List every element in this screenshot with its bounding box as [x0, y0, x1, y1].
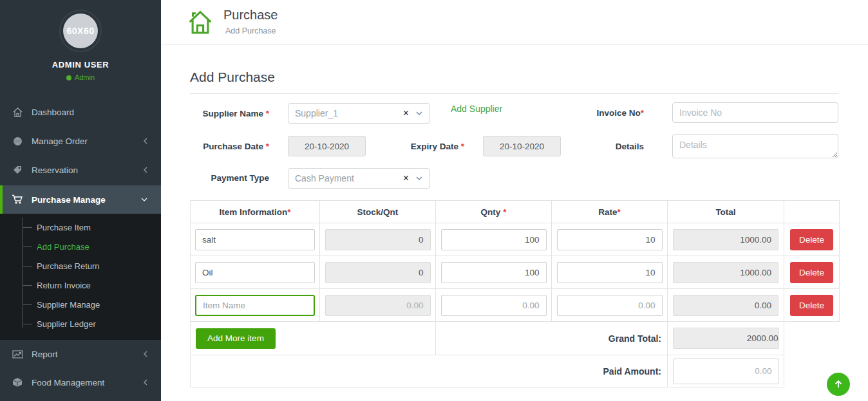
chevron-left-icon — [143, 137, 148, 145]
item-name-input[interactable] — [195, 229, 315, 250]
sidebar-item-dashboard[interactable]: Dashboard — [0, 98, 161, 126]
stock-input — [325, 262, 431, 283]
qnty-input[interactable] — [441, 262, 547, 283]
top-bar: Purchase Add Purchase — [161, 0, 868, 45]
rate-input[interactable] — [557, 229, 663, 250]
new-item-name-input[interactable] — [195, 295, 315, 316]
table-row: Delete — [191, 256, 840, 289]
col-qnty: Qnty * — [436, 201, 552, 223]
supplier-select[interactable]: Supplier_1 × — [288, 103, 430, 124]
details-label: Details — [547, 142, 644, 151]
purchase-home-icon — [185, 8, 215, 40]
invoice-no-label: Invoice No* — [547, 108, 644, 118]
payment-select-value: Cash Payment — [295, 173, 354, 183]
arrow-up-icon — [833, 379, 844, 389]
user-role-label: Admin — [75, 73, 95, 81]
sidebar: 60X60 ADMIN USER Admin Dashboard Manage … — [0, 0, 161, 401]
page-title: Purchase — [223, 8, 278, 23]
qnty-input[interactable] — [441, 295, 547, 316]
qnty-input[interactable] — [441, 229, 547, 250]
submenu-item-supplier-manage[interactable]: Supplier Manage — [0, 295, 161, 314]
delete-row-button[interactable]: Delete — [790, 229, 833, 250]
total-input — [673, 262, 778, 283]
table-row: Delete — [191, 223, 840, 256]
col-rate: Rate* — [552, 201, 668, 223]
submenu-item-label: Add Purchase — [37, 242, 90, 252]
chevron-left-icon — [143, 166, 148, 174]
submenu-item-label: Purchase Item — [37, 223, 91, 232]
sidebar-item-label: Purchase Manage — [32, 195, 106, 205]
sidebar-item-report[interactable]: Report — [0, 340, 161, 368]
sidebar-item-label: Manage Order — [32, 136, 88, 146]
table-row-new: Delete — [191, 289, 840, 322]
col-actions — [784, 201, 840, 223]
scroll-to-top-button[interactable] — [827, 373, 850, 396]
chevron-down-icon — [415, 176, 423, 181]
purchase-items-table: Item Information* Stock/Qnt Qnty * Rate*… — [190, 200, 840, 387]
sidebar-item-label: Food Management — [32, 378, 104, 387]
grand-total-label: Grand Total: — [436, 322, 668, 355]
home-icon — [12, 107, 23, 118]
submenu-item-return-invoice[interactable]: Return Invoice — [0, 275, 161, 295]
chevron-left-icon — [143, 378, 148, 386]
chevron-down-icon — [140, 197, 148, 202]
col-total: Total — [668, 201, 784, 223]
sidebar-item-reservation[interactable]: Reservation — [0, 156, 161, 184]
sidebar-item-label: Report — [32, 350, 58, 359]
payment-type-select[interactable]: Cash Payment × — [288, 168, 430, 189]
invoice-no-input[interactable] — [672, 102, 838, 123]
purchase-manage-submenu: Purchase Item Add Purchase Purchase Retu… — [0, 214, 161, 340]
submenu-item-label: Supplier Manage — [37, 300, 100, 310]
chart-icon — [12, 350, 23, 359]
submenu-item-label: Return Invoice — [37, 281, 91, 290]
sidebar-item-label: Reservation — [32, 165, 78, 175]
delete-row-button[interactable]: Delete — [790, 262, 833, 283]
grand-total-value — [673, 328, 779, 349]
paid-amount-input[interactable] — [673, 359, 779, 384]
rate-input[interactable] — [557, 262, 663, 283]
paid-amount-label: Paid Amount: — [191, 355, 668, 387]
table-header-row: Item Information* Stock/Qnt Qnty * Rate*… — [191, 201, 840, 223]
col-stock: Stock/Qnt — [320, 201, 436, 223]
breadcrumb: Add Purchase — [225, 26, 276, 35]
clear-selection-icon[interactable]: × — [403, 173, 409, 183]
submenu-item-label: Supplier Ledger — [37, 319, 96, 329]
cube-icon — [12, 377, 23, 387]
user-name: ADMIN USER — [0, 60, 161, 70]
add-more-item-button[interactable]: Add More item — [196, 328, 276, 349]
stock-input — [325, 229, 431, 250]
grand-total-row: Add More item Grand Total: — [191, 322, 840, 355]
purchase-date-label: Purchase Date * — [173, 142, 269, 151]
submenu-item-add-purchase[interactable]: Add Purchase — [0, 237, 161, 256]
clear-selection-icon[interactable]: × — [403, 108, 409, 118]
sidebar-item-food-management[interactable]: Food Management — [0, 368, 161, 396]
total-input — [673, 229, 778, 250]
sidebar-item-label: Dashboard — [32, 107, 74, 117]
expiry-date-label: Expiry Date * — [368, 142, 464, 151]
stock-input — [325, 295, 431, 316]
item-name-input[interactable] — [195, 262, 315, 283]
submenu-item-label: Purchase Return — [37, 261, 100, 271]
total-input — [673, 295, 778, 316]
delete-row-button[interactable]: Delete — [790, 295, 833, 316]
supplier-name-label: Supplier Name * — [173, 109, 269, 118]
sidebar-item-purchase-manage[interactable]: Purchase Manage — [0, 185, 161, 214]
details-textarea[interactable] — [672, 134, 838, 158]
payment-type-label: Payment Type — [173, 173, 269, 183]
sidebar-item-manage-order[interactable]: Manage Order — [0, 127, 161, 155]
avatar-placeholder: 60X60 — [63, 14, 98, 48]
chevron-down-icon — [415, 111, 423, 116]
supplier-select-value: Supplier_1 — [295, 108, 338, 118]
online-status-dot — [66, 75, 71, 80]
rate-input[interactable] — [557, 295, 663, 316]
submenu-item-supplier-ledger[interactable]: Supplier Ledger — [0, 314, 161, 333]
submenu-item-purchase-item[interactable]: Purchase Item — [0, 218, 161, 237]
user-role-badge: Admin — [0, 73, 161, 81]
add-supplier-link[interactable]: Add Supplier — [451, 104, 502, 114]
submenu-item-purchase-return[interactable]: Purchase Return — [0, 256, 161, 275]
purchase-date-input[interactable] — [288, 136, 366, 156]
section-heading: Add Purchase — [190, 70, 839, 94]
paid-amount-row: Paid Amount: — [191, 355, 840, 387]
tag-icon — [12, 165, 23, 175]
avatar: 60X60 — [59, 10, 102, 52]
